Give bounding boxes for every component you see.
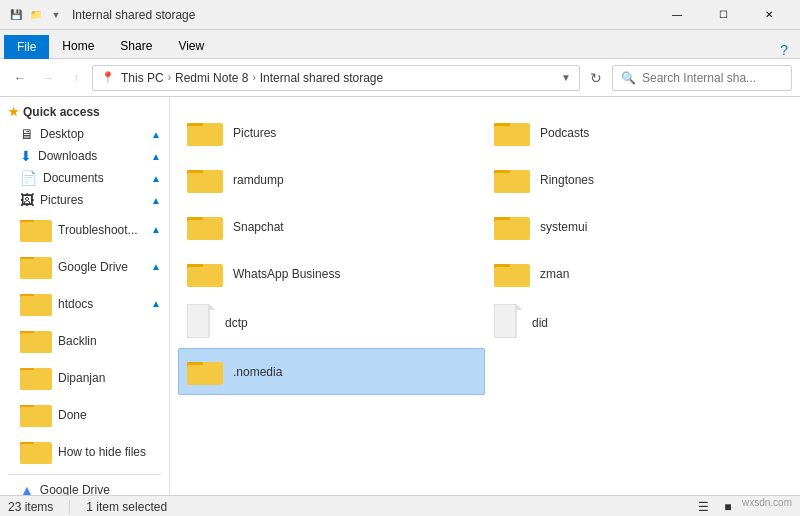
- sidebar-item-google-drive-bottom[interactable]: ▲ Google Drive: [0, 479, 169, 495]
- file-icon-did: [494, 304, 522, 341]
- file-name-podcasts: Podcasts: [540, 126, 589, 140]
- file-name-whatsapp: WhatsApp Business: [233, 267, 340, 281]
- svg-rect-32: [494, 173, 530, 193]
- sidebar-gdrive1-label: Google Drive: [58, 260, 149, 274]
- sidebar-quick-access-header[interactable]: ★ Quick access: [0, 101, 169, 123]
- refresh-button[interactable]: ↻: [584, 66, 608, 90]
- file-icon-dctp: [187, 304, 215, 341]
- view-large-icons-button[interactable]: ■: [718, 497, 738, 517]
- file-name-ringtones: Ringtones: [540, 173, 594, 187]
- path-dropdown-icon[interactable]: ▼: [561, 72, 571, 83]
- back-button[interactable]: ←: [8, 66, 32, 90]
- file-item-podcasts[interactable]: Podcasts: [485, 109, 792, 156]
- downloads-icon: ⬇: [20, 148, 32, 164]
- documents-icon: 📄: [20, 170, 37, 186]
- file-item-snapchat[interactable]: Snapchat: [178, 203, 485, 250]
- status-bar: 23 items 1 item selected ☰ ■ wxsdn.com: [0, 495, 800, 516]
- sidebar-divider: [8, 474, 161, 475]
- sidebar-item-downloads[interactable]: ⬇ Downloads ▲: [0, 145, 169, 167]
- path-storage[interactable]: Internal shared storage: [260, 71, 383, 85]
- address-path[interactable]: 📍 This PC › Redmi Note 8 › Internal shar…: [92, 65, 580, 91]
- minimize-button[interactable]: —: [654, 0, 700, 30]
- help-icon[interactable]: ?: [780, 42, 788, 58]
- pin-icon-downloads: ▲: [151, 151, 161, 162]
- pin-icon-gdrive: ▲: [151, 261, 161, 272]
- svg-rect-29: [187, 173, 223, 193]
- search-box[interactable]: 🔍: [612, 65, 792, 91]
- file-item-systemui[interactable]: systemui: [485, 203, 792, 250]
- sidebar-item-documents[interactable]: 📄 Documents ▲: [0, 167, 169, 189]
- maximize-button[interactable]: ☐: [700, 0, 746, 30]
- file-item-dctp[interactable]: dctp: [178, 297, 485, 348]
- tab-view[interactable]: View: [165, 34, 217, 58]
- file-item-nomedia[interactable]: .nomedia: [178, 348, 485, 395]
- sidebar: ★ Quick access 🖥 Desktop ▲ ⬇ Downloads ▲…: [0, 97, 170, 495]
- content-area: Pictures Podcasts ramdump: [170, 97, 800, 495]
- watermark: wxsdn.com: [742, 497, 792, 517]
- tab-file[interactable]: File: [4, 35, 49, 59]
- app-icon-folder: 📁: [28, 7, 44, 23]
- troubleshoot-folder-icon: [20, 214, 52, 245]
- star-icon: ★: [8, 105, 19, 119]
- svg-marker-47: [209, 304, 215, 310]
- sidebar-downloads-label: Downloads: [38, 149, 149, 163]
- sidebar-gdrive-bottom-label: Google Drive: [40, 483, 161, 495]
- file-item-zman[interactable]: zman: [485, 250, 792, 297]
- sidebar-item-google-drive[interactable]: Google Drive ▲: [0, 248, 169, 285]
- svg-rect-26: [494, 126, 530, 146]
- svg-marker-50: [516, 304, 522, 310]
- folder-icon-systemui: [494, 210, 530, 243]
- file-item-did[interactable]: did: [485, 297, 792, 348]
- file-name-snapchat: Snapchat: [233, 220, 284, 234]
- backlin-folder-icon: [20, 325, 52, 356]
- view-details-button[interactable]: ☰: [694, 497, 714, 517]
- sidebar-desktop-label: Desktop: [40, 127, 149, 141]
- how-to-folder-icon: [20, 436, 52, 467]
- file-name-ramdump: ramdump: [233, 173, 284, 187]
- sidebar-htdocs-label: htdocs: [58, 297, 149, 311]
- folder-icon-nomedia: [187, 355, 223, 388]
- path-device[interactable]: Redmi Note 8: [175, 71, 248, 85]
- sidebar-item-done[interactable]: Done: [0, 396, 169, 433]
- pin-icon-pictures: ▲: [151, 195, 161, 206]
- file-name-dctp: dctp: [225, 316, 248, 330]
- close-button[interactable]: ✕: [746, 0, 792, 30]
- file-name-zman: zman: [540, 267, 569, 281]
- file-item-ringtones[interactable]: Ringtones: [485, 156, 792, 203]
- file-item-ramdump[interactable]: ramdump: [178, 156, 485, 203]
- gdrive-bottom-icon: ▲: [20, 482, 34, 495]
- done-folder-icon: [20, 399, 52, 430]
- up-button[interactable]: ↑: [64, 66, 88, 90]
- desktop-icon: 🖥: [20, 126, 34, 142]
- file-item-whatsapp[interactable]: WhatsApp Business: [178, 250, 485, 297]
- sidebar-item-pictures[interactable]: 🖼 Pictures ▲: [0, 189, 169, 211]
- ribbon: File Home Share View ?: [0, 30, 800, 59]
- folder-icon-ringtones: [494, 163, 530, 196]
- sidebar-item-troubleshoot[interactable]: Troubleshoot... ▲: [0, 211, 169, 248]
- sidebar-howtohide-label: How to hide files: [58, 445, 161, 459]
- svg-rect-2: [20, 222, 52, 242]
- file-name-systemui: systemui: [540, 220, 587, 234]
- sidebar-done-label: Done: [58, 408, 161, 422]
- sidebar-item-htdocs[interactable]: htdocs ▲: [0, 285, 169, 322]
- sidebar-item-dipanjan[interactable]: Dipanjan: [0, 359, 169, 396]
- item-count: 23 items: [8, 500, 53, 514]
- path-this-pc[interactable]: This PC: [121, 71, 164, 85]
- sidebar-item-backlin[interactable]: Backlin: [0, 322, 169, 359]
- sidebar-item-desktop[interactable]: 🖥 Desktop ▲: [0, 123, 169, 145]
- sidebar-dipanjan-label: Dipanjan: [58, 371, 161, 385]
- tab-share[interactable]: Share: [107, 34, 165, 58]
- file-name-nomedia: .nomedia: [233, 365, 282, 379]
- location-icon: 📍: [101, 71, 115, 84]
- forward-button[interactable]: →: [36, 66, 60, 90]
- address-bar: ← → ↑ 📍 This PC › Redmi Note 8 › Interna…: [0, 59, 800, 97]
- title-bar-icons: 💾 📁 ▼: [8, 7, 64, 23]
- sidebar-item-how-to-hide[interactable]: How to hide files: [0, 433, 169, 470]
- search-icon: 🔍: [621, 71, 636, 85]
- search-input[interactable]: [642, 71, 792, 85]
- window-title: Internal shared storage: [72, 8, 654, 22]
- svg-rect-20: [20, 444, 52, 464]
- file-item-pictures[interactable]: Pictures: [178, 109, 485, 156]
- tab-home[interactable]: Home: [49, 34, 107, 58]
- svg-rect-48: [494, 304, 516, 338]
